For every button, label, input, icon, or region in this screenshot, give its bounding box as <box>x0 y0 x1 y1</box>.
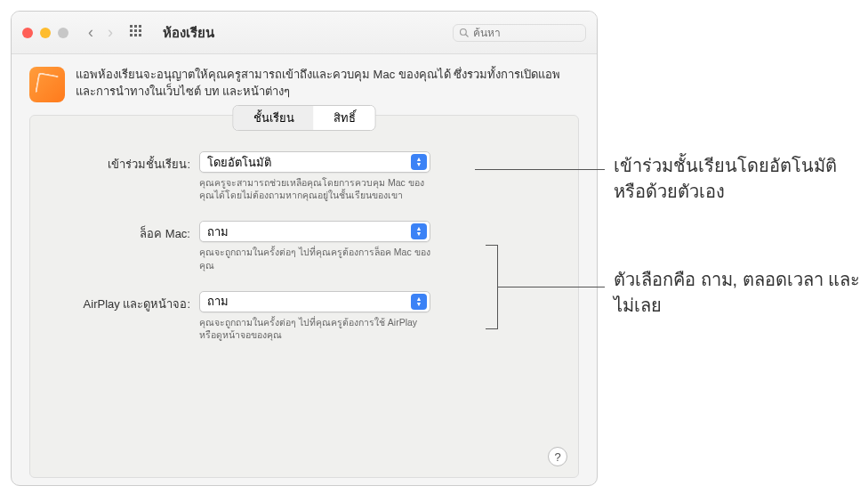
callout-2: ตัวเลือกคือ ถาม, ตลอดเวลา และไม่เลย <box>614 267 863 319</box>
lock-value: ถาม <box>207 223 229 241</box>
callout-1: เข้าร่วมชั้นเรียนโดยอัตโนมัติหรือด้วยตัว… <box>614 153 863 205</box>
join-value: โดยอัตโนมัติ <box>207 153 271 172</box>
svg-line-10 <box>466 34 469 36</box>
svg-rect-6 <box>130 34 133 36</box>
airplay-value: ถาม <box>207 292 229 311</box>
join-hint: คุณครูจะสามารถช่วยเหลือคุณโดยการควบคุม M… <box>199 176 430 201</box>
minimize-icon[interactable] <box>40 28 51 38</box>
window-controls <box>22 28 68 38</box>
airplay-select[interactable]: ถาม ▲▼ <box>199 291 430 312</box>
lock-hint: คุณจะถูกถามในครั้งต่อๆ ไปที่คุณครูต้องกา… <box>199 246 430 271</box>
svg-rect-4 <box>134 29 137 32</box>
lock-select[interactable]: ถาม ▲▼ <box>199 221 430 242</box>
join-label: เข้าร่วมชั้นเรียน: <box>48 151 199 174</box>
close-icon[interactable] <box>22 28 33 38</box>
app-description: แอพห้องเรียนจะอนุญาตให้คุณครูสามารถเข้าถ… <box>76 67 579 101</box>
svg-rect-7 <box>134 34 137 36</box>
svg-rect-2 <box>139 25 141 28</box>
chevron-updown-icon: ▲▼ <box>411 154 427 170</box>
airplay-label: AirPlay และดูหน้าจอ: <box>48 291 199 313</box>
search-field[interactable] <box>453 24 586 42</box>
preferences-window: ‹ › ห้องเรียน แอพห้องเรียนจะอนุญาตให้คุณ… <box>11 11 598 486</box>
show-all-icon[interactable] <box>124 24 149 42</box>
svg-rect-5 <box>139 29 141 32</box>
join-select[interactable]: โดยอัตโนมัติ ▲▼ <box>199 151 430 173</box>
callout-line-2 <box>498 287 605 287</box>
tab-permissions[interactable]: สิทธิ์ <box>314 106 375 130</box>
tab-classes[interactable]: ชั้นเรียน <box>234 106 314 130</box>
chevron-updown-icon: ▲▼ <box>411 223 427 239</box>
svg-point-9 <box>461 28 467 35</box>
help-button[interactable]: ? <box>548 447 567 466</box>
svg-rect-1 <box>134 25 137 28</box>
app-icon <box>29 67 65 102</box>
zoom-icon[interactable] <box>58 28 68 38</box>
chevron-updown-icon: ▲▼ <box>411 294 427 310</box>
svg-rect-0 <box>130 25 133 28</box>
svg-rect-8 <box>139 34 141 36</box>
toolbar: ‹ › ห้องเรียน <box>12 12 597 54</box>
tab-control: ชั้นเรียน สิทธิ์ <box>233 105 376 131</box>
window-title: ห้องเรียน <box>163 22 214 44</box>
airplay-hint: คุณจะถูกถามในครั้งต่อๆ ไปที่คุณครูต้องกา… <box>199 316 430 341</box>
search-input[interactable] <box>473 27 580 39</box>
forward-button[interactable]: › <box>104 23 117 42</box>
svg-rect-3 <box>130 29 133 32</box>
lock-label: ล็อค Mac: <box>48 221 199 243</box>
back-button[interactable]: ‹ <box>84 23 97 42</box>
callout-bracket <box>486 245 498 329</box>
callout-line-1 <box>475 169 605 170</box>
search-icon <box>459 28 470 38</box>
